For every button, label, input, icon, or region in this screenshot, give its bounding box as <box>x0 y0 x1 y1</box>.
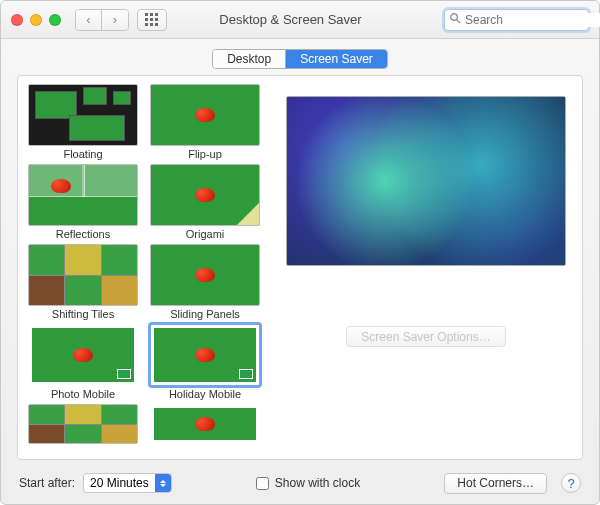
show-with-clock-label: Show with clock <box>275 476 360 490</box>
forward-button[interactable]: › <box>102 10 128 30</box>
minimize-icon[interactable] <box>30 14 42 26</box>
saver-partial-2-thumb <box>150 404 260 444</box>
svg-line-10 <box>457 20 460 23</box>
saver-photomobile-label: Photo Mobile <box>51 388 115 400</box>
traffic-lights <box>11 14 61 26</box>
back-button[interactable]: ‹ <box>76 10 102 30</box>
help-button[interactable]: ? <box>561 473 581 493</box>
preview-pane: Screen Saver Options… <box>274 80 578 455</box>
show-with-clock-checkbox[interactable] <box>256 477 269 490</box>
show-with-clock[interactable]: Show with clock <box>256 476 360 490</box>
svg-point-9 <box>451 14 458 21</box>
saver-sliding-thumb <box>150 244 260 306</box>
saver-photo-mobile[interactable]: Photo Mobile <box>26 324 140 400</box>
content-panel: Floating Flip-up Reflections Origami <box>17 75 583 460</box>
nav-segmented: ‹ › <box>75 9 129 31</box>
saver-holidaymobile-label: Holiday Mobile <box>169 388 241 400</box>
saver-reflections-label: Reflections <box>56 228 110 240</box>
saver-flipup-thumb <box>150 84 260 146</box>
zoom-icon[interactable] <box>49 14 61 26</box>
start-after-label: Start after: <box>19 476 75 490</box>
tab-screen-saver[interactable]: Screen Saver <box>286 50 387 68</box>
search-icon <box>449 12 461 27</box>
saver-floating-label: Floating <box>63 148 102 160</box>
tabs: Desktop Screen Saver <box>212 49 388 69</box>
screensaver-options-button: Screen Saver Options… <box>346 326 505 347</box>
saver-origami[interactable]: Origami <box>148 164 262 240</box>
tab-desktop[interactable]: Desktop <box>213 50 286 68</box>
window-title: Desktop & Screen Saver <box>145 12 436 27</box>
saver-reflections[interactable]: Reflections <box>26 164 140 240</box>
preferences-window: ‹ › Desktop & Screen Saver ✕ Desktop <box>0 0 600 505</box>
saver-partial-1-thumb <box>28 404 138 444</box>
saver-sliding-label: Sliding Panels <box>170 308 240 320</box>
saver-shifting-label: Shifting Tiles <box>52 308 114 320</box>
search-field[interactable]: ✕ <box>444 9 589 31</box>
titlebar: ‹ › Desktop & Screen Saver ✕ <box>1 1 599 39</box>
saver-partial-1[interactable] <box>26 404 140 444</box>
saver-reflections-thumb <box>28 164 138 226</box>
search-input[interactable] <box>465 13 600 27</box>
saver-shifting-thumb <box>28 244 138 306</box>
tab-row: Desktop Screen Saver <box>1 39 599 75</box>
saver-sliding-panels[interactable]: Sliding Panels <box>148 244 262 320</box>
start-after-value: 20 Minutes <box>84 476 155 490</box>
saver-holiday-mobile[interactable]: Holiday Mobile <box>148 324 262 400</box>
saver-photomobile-thumb <box>28 324 138 386</box>
saver-flipup[interactable]: Flip-up <box>148 84 262 160</box>
close-icon[interactable] <box>11 14 23 26</box>
saver-shifting-tiles[interactable]: Shifting Tiles <box>26 244 140 320</box>
screensaver-preview <box>286 96 566 266</box>
hot-corners-button[interactable]: Hot Corners… <box>444 473 547 494</box>
screensaver-grid[interactable]: Floating Flip-up Reflections Origami <box>22 80 270 455</box>
footer: Start after: 20 Minutes Show with clock … <box>1 468 599 504</box>
start-after-select[interactable]: 20 Minutes <box>83 473 172 493</box>
saver-floating-thumb <box>28 84 138 146</box>
saver-floating[interactable]: Floating <box>26 84 140 160</box>
saver-flipup-label: Flip-up <box>188 148 222 160</box>
saver-partial-2[interactable] <box>148 404 262 444</box>
saver-holidaymobile-thumb <box>150 324 260 386</box>
saver-origami-thumb <box>150 164 260 226</box>
stepper-arrows-icon <box>155 474 171 492</box>
saver-origami-label: Origami <box>186 228 225 240</box>
